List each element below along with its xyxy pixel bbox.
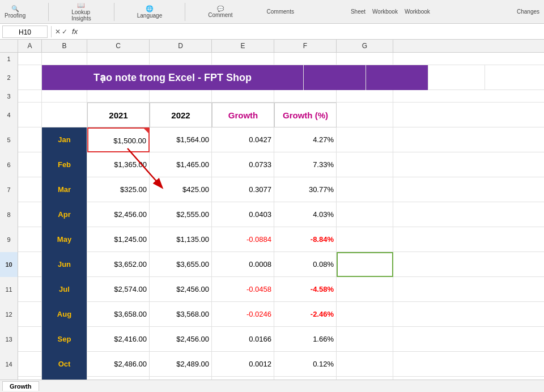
cell-month-12[interactable]: Aug xyxy=(42,302,87,327)
cancel-formula-button[interactable]: ✕ xyxy=(55,28,61,36)
comment-icon[interactable]: 💬 xyxy=(217,6,224,12)
col-header-c[interactable]: C xyxy=(87,40,150,52)
header-2021[interactable]: 2021 xyxy=(87,103,150,127)
cell-g1[interactable] xyxy=(337,53,393,65)
cell-g8[interactable] xyxy=(337,202,393,227)
cell-a4[interactable] xyxy=(18,103,42,127)
formula-input[interactable] xyxy=(82,28,542,36)
cell-g10[interactable] xyxy=(337,252,393,277)
cell-2021-9[interactable]: $1,245.00 xyxy=(87,227,150,252)
cell-a12[interactable] xyxy=(18,302,42,327)
cell-a8[interactable] xyxy=(18,202,42,227)
cell-month-11[interactable]: Jul xyxy=(42,277,87,302)
language-icon[interactable]: 🌐 xyxy=(146,5,154,12)
cell-e3[interactable] xyxy=(212,90,274,103)
cell-g7[interactable] xyxy=(337,177,393,202)
cell-g3[interactable] xyxy=(337,90,393,103)
header-2022[interactable]: 2022 xyxy=(150,103,212,127)
cell-2021-11[interactable]: $2,574.00 xyxy=(87,277,150,302)
cell-growth-8[interactable]: 0.0403 xyxy=(212,202,274,227)
cell-2022-7[interactable]: $425.00 xyxy=(150,177,212,202)
cell-a6[interactable] xyxy=(18,152,42,177)
cell-2022-14[interactable]: $2,489.00 xyxy=(150,352,212,377)
cell-2022-10[interactable]: $3,655.00 xyxy=(150,252,212,277)
cell-g12[interactable] xyxy=(337,302,393,327)
col-header-f[interactable]: F xyxy=(274,40,337,52)
col-header-a[interactable]: A xyxy=(18,40,42,52)
cell-a9[interactable] xyxy=(18,227,42,252)
cell-month-5[interactable]: Jan xyxy=(42,127,87,152)
cell-a10[interactable] xyxy=(18,252,42,277)
sheet-tab-growth[interactable]: Growth xyxy=(2,381,39,391)
cell-2021-13[interactable]: $2,416.00 xyxy=(87,327,150,352)
cell-month-6[interactable]: Feb xyxy=(42,152,87,177)
cell-g14[interactable] xyxy=(337,352,393,377)
cell-2021-14[interactable]: $2,486.00 xyxy=(87,352,150,377)
cell-growth-7[interactable]: 0.3077 xyxy=(212,177,274,202)
header-growth-pct[interactable]: Growth (%) xyxy=(274,103,337,127)
cell-growthpct-13[interactable]: 1.66% xyxy=(274,327,337,352)
cell-g5[interactable] xyxy=(337,127,393,152)
cell-g2[interactable] xyxy=(428,65,485,90)
cell-g6[interactable] xyxy=(337,152,393,177)
fx-label[interactable]: fx xyxy=(70,27,80,36)
col-header-d[interactable]: D xyxy=(150,40,212,52)
cell-growth-14[interactable]: 0.0012 xyxy=(212,352,274,377)
cell-growth-10[interactable]: 0.0008 xyxy=(212,252,274,277)
cell-growthpct-12[interactable]: -2.46% xyxy=(274,302,337,327)
cell-2021-8[interactable]: $2,456.00 xyxy=(87,202,150,227)
cell-growth-13[interactable]: 0.0166 xyxy=(212,327,274,352)
lookup-icon[interactable]: 📖 xyxy=(77,2,85,9)
cell-f3[interactable] xyxy=(274,90,337,103)
cell-growthpct-9[interactable]: -8.84% xyxy=(274,227,337,252)
cell-a11[interactable] xyxy=(18,277,42,302)
cell-growth-9[interactable]: -0.0884 xyxy=(212,227,274,252)
cell-2021-7[interactable]: $325.00 xyxy=(87,177,150,202)
cell-month-10[interactable]: Jun xyxy=(42,252,87,277)
cell-b1[interactable] xyxy=(42,53,87,65)
cell-2022-11[interactable]: $2,456.00 xyxy=(150,277,212,302)
cell-growthpct-14[interactable]: 0.12% xyxy=(274,352,337,377)
cell-2021-5[interactable]: $1,500.00 xyxy=(87,127,150,152)
cell-growthpct-11[interactable]: -4.58% xyxy=(274,277,337,302)
cell-2021-6[interactable]: $1,365.00 xyxy=(87,152,150,177)
cell-growthpct-8[interactable]: 4.03% xyxy=(274,202,337,227)
cell-f2[interactable] xyxy=(366,65,428,90)
cell-2022-8[interactable]: $2,555.00 xyxy=(150,202,212,227)
cell-a5[interactable] xyxy=(18,127,42,152)
cell-e2[interactable] xyxy=(304,65,366,90)
cell-month-8[interactable]: Apr xyxy=(42,202,87,227)
cell-growth-11[interactable]: -0.0458 xyxy=(212,277,274,302)
cell-a13[interactable] xyxy=(18,327,42,352)
cell-2021-12[interactable]: $3,658.00 xyxy=(87,302,150,327)
cell-e1[interactable] xyxy=(212,53,274,65)
cell-2022-6[interactable]: $1,465.00 xyxy=(150,152,212,177)
proofing-icon[interactable]: 🔍 xyxy=(11,5,19,12)
cell-month-14[interactable]: Oct xyxy=(42,352,87,377)
cell-month-7[interactable]: Mar xyxy=(42,177,87,202)
cell-d3[interactable] xyxy=(150,90,212,103)
cell-d1[interactable] xyxy=(150,53,212,65)
cell-g13[interactable] xyxy=(337,327,393,352)
cell-growth-5[interactable]: 0.0427 xyxy=(212,127,274,152)
cell-a2[interactable] xyxy=(18,65,42,90)
cell-growthpct-10[interactable]: 0.08% xyxy=(274,252,337,277)
cell-a7[interactable] xyxy=(18,177,42,202)
confirm-formula-button[interactable]: ✓ xyxy=(62,28,67,36)
cell-c1[interactable] xyxy=(87,53,150,65)
cell-a14[interactable] xyxy=(18,352,42,377)
cell-2022-13[interactable]: $2,456.00 xyxy=(150,327,212,352)
cell-month-9[interactable]: May xyxy=(42,227,87,252)
title-cell[interactable]: Tạo note trong Excel - FPT Shop xyxy=(42,65,304,90)
cell-growthpct-6[interactable]: 7.33% xyxy=(274,152,337,177)
cell-g4[interactable] xyxy=(337,103,393,127)
cell-g9[interactable] xyxy=(337,227,393,252)
cell-growth-6[interactable]: 0.0733 xyxy=(212,152,274,177)
cell-2022-5[interactable]: $1,564.00 xyxy=(150,127,212,152)
cell-g11[interactable] xyxy=(337,277,393,302)
col-header-e[interactable]: E xyxy=(212,40,274,52)
cell-f1[interactable] xyxy=(274,53,337,65)
cell-month-13[interactable]: Sep xyxy=(42,327,87,352)
header-growth[interactable]: Growth xyxy=(212,103,274,127)
col-header-b[interactable]: B xyxy=(42,40,87,52)
